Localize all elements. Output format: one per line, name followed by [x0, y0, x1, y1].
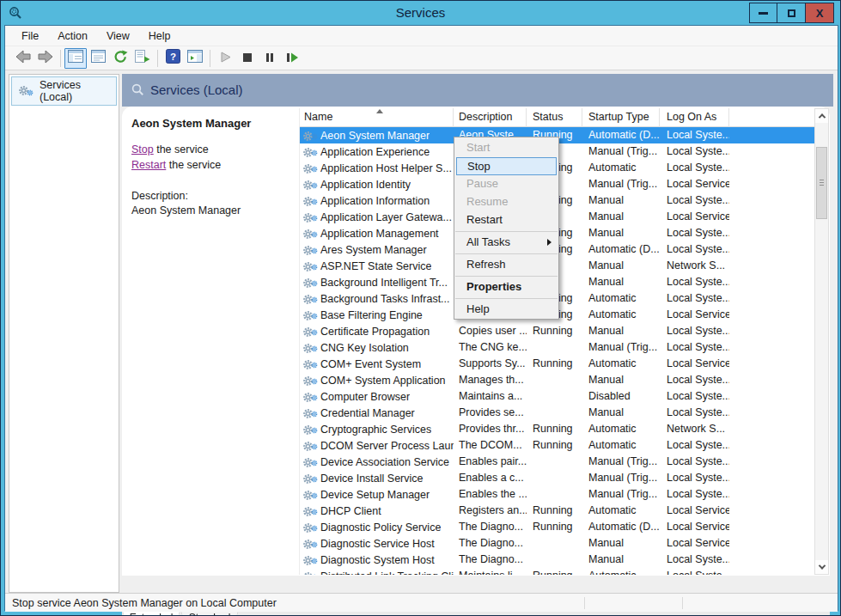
context-menu-item-resume[interactable]: Resume — [454, 193, 558, 211]
close-button[interactable]: X — [806, 3, 834, 23]
menubar-item-view[interactable]: View — [97, 27, 139, 45]
back-arrow-button[interactable] — [12, 48, 34, 69]
service-name-cell: Diagnostic Service Host — [300, 535, 454, 552]
service-row[interactable]: DHCP ClientRegisters an...RunningAutomat… — [300, 503, 814, 519]
service-name-cell: DHCP Client — [300, 503, 454, 519]
restart-service-icon — [286, 51, 299, 66]
service-row[interactable]: Credential ManagerProvides se...ManualLo… — [300, 405, 814, 421]
properties-window-button[interactable] — [87, 48, 109, 69]
service-row[interactable]: COM+ System ApplicationManages th...Manu… — [300, 372, 814, 388]
service-gear-icon — [302, 211, 317, 223]
tree-item-services-local[interactable]: Services (Local) — [11, 76, 117, 106]
service-startup-type: Manual (Trig... — [582, 176, 660, 192]
context-menu-item-pause[interactable]: Pause — [454, 175, 558, 193]
service-status — [527, 552, 582, 568]
show-action-pane-button[interactable] — [184, 48, 206, 69]
toolbar: ? — [5, 46, 838, 70]
export-list-icon — [135, 50, 150, 66]
service-name-cell: Aeon System Manager — [300, 127, 454, 143]
service-log-on-as: Local Syste... — [660, 143, 729, 160]
start-service-button[interactable] — [214, 48, 236, 69]
service-description: Provides se... — [454, 405, 527, 421]
service-startup-type: Manual — [582, 323, 660, 339]
service-log-on-as: Network S... — [660, 258, 729, 274]
service-log-on-as: Local Syste... — [660, 568, 729, 575]
context-menu-item-help[interactable]: Help — [454, 301, 558, 319]
column-header-log-on-as[interactable]: Log On As — [660, 108, 729, 127]
context-menu-item-properties[interactable]: Properties — [454, 278, 558, 296]
service-startup-type: Manual (Trig... — [582, 470, 660, 486]
service-log-on-as: Local Syste... — [660, 405, 729, 421]
context-menu-item-label: Stop — [467, 160, 491, 173]
service-row[interactable]: Diagnostic System HostThe Diagno...Manua… — [300, 552, 814, 568]
column-header-label: Name — [304, 111, 332, 123]
back-arrow-icon — [15, 49, 32, 68]
service-startup-type: Automatic — [582, 503, 660, 519]
service-description: The Diagno... — [454, 552, 527, 568]
service-row[interactable]: Device Install ServiceEnables a c...Manu… — [300, 470, 814, 486]
service-startup-type: Automatic (D... — [582, 241, 660, 258]
pause-service-icon — [265, 51, 275, 66]
service-row[interactable]: Certificate PropagationCopies user ...Ru… — [300, 323, 814, 339]
menubar-item-action[interactable]: Action — [48, 27, 97, 45]
service-startup-type: Automatic — [582, 437, 660, 454]
menubar-item-help[interactable]: Help — [139, 27, 180, 45]
pause-service-button[interactable] — [259, 48, 281, 69]
service-log-on-as: Local Service — [660, 209, 729, 225]
service-gear-icon — [302, 326, 317, 338]
service-log-on-as: Local Syste... — [660, 388, 729, 405]
service-log-on-as: Local Syste... — [660, 192, 729, 209]
service-log-on-as: Local Syste... — [660, 225, 729, 241]
menubar-item-file[interactable]: File — [12, 27, 48, 45]
column-header-status[interactable]: Status — [527, 108, 582, 127]
column-header-startup-type[interactable]: Startup Type — [582, 108, 660, 127]
column-header-description[interactable]: Description — [454, 108, 527, 127]
service-gear-icon — [302, 473, 317, 485]
context-menu-item-restart[interactable]: Restart — [454, 211, 558, 229]
restart-service-link[interactable]: Restart — [131, 159, 166, 171]
service-row[interactable]: Device Association ServiceEnables pair..… — [300, 454, 814, 470]
stop-service-link[interactable]: Stop — [131, 143, 154, 156]
service-log-on-as: Local Syste... — [660, 290, 729, 307]
column-header-name[interactable]: Name — [300, 108, 454, 127]
scroll-up-button[interactable] — [815, 109, 828, 123]
service-startup-type: Disabled — [582, 388, 660, 405]
chevron-up-icon — [818, 113, 825, 120]
service-startup-type: Manual — [582, 372, 660, 388]
service-startup-type: Manual (Trig... — [582, 486, 660, 503]
service-row[interactable]: Device Setup ManagerEnables the ...Manua… — [300, 486, 814, 503]
maximize-icon — [788, 9, 795, 17]
maximize-button[interactable] — [777, 3, 806, 23]
stop-service-button[interactable] — [236, 48, 259, 69]
forward-arrow-button[interactable] — [34, 48, 57, 69]
restart-service-button[interactable] — [281, 48, 303, 69]
service-gear-icon — [302, 244, 317, 256]
vertical-scrollbar[interactable] — [814, 108, 829, 575]
show-console-tree-icon — [68, 50, 83, 66]
service-row[interactable]: Diagnostic Service HostThe Diagno...Manu… — [300, 535, 814, 552]
context-menu-item-label: Refresh — [466, 258, 506, 271]
service-row[interactable]: Distributed Link Tracking Clie...Maintai… — [300, 568, 814, 575]
refresh-button[interactable] — [109, 48, 131, 69]
show-console-tree-button[interactable] — [64, 48, 87, 69]
context-menu-item-stop[interactable]: Stop — [456, 157, 557, 175]
service-row[interactable]: Diagnostic Policy ServiceThe Diagno...Ru… — [300, 519, 814, 535]
scroll-down-button[interactable] — [815, 560, 828, 574]
service-status — [527, 535, 582, 552]
context-menu-item-refresh[interactable]: Refresh — [454, 256, 558, 274]
service-row[interactable]: COM+ Event SystemSupports Sy...RunningAu… — [300, 356, 814, 372]
export-list-button[interactable] — [131, 48, 154, 69]
service-startup-type: Manual — [582, 225, 660, 241]
service-row[interactable]: DCOM Server Process Laun...The DCOM...Ru… — [300, 437, 814, 454]
service-row[interactable]: Computer BrowserMaintains a...DisabledLo… — [300, 388, 814, 405]
service-row[interactable]: Cryptographic ServicesProvides thr...Run… — [300, 421, 814, 437]
service-row[interactable]: CNG Key IsolationThe CNG ke...Manual (Tr… — [300, 339, 814, 356]
service-log-on-as: Network S... — [660, 421, 729, 437]
help-button[interactable]: ? — [161, 48, 184, 69]
context-menu-item-start[interactable]: Start — [454, 139, 558, 157]
scrollbar-thumb[interactable] — [816, 147, 827, 219]
minimize-button[interactable] — [749, 3, 777, 23]
tree-item-label: Services (Local) — [40, 79, 113, 103]
service-log-on-as: Local Syste... — [660, 372, 729, 388]
context-menu-item-all-tasks[interactable]: All Tasks — [454, 234, 558, 252]
